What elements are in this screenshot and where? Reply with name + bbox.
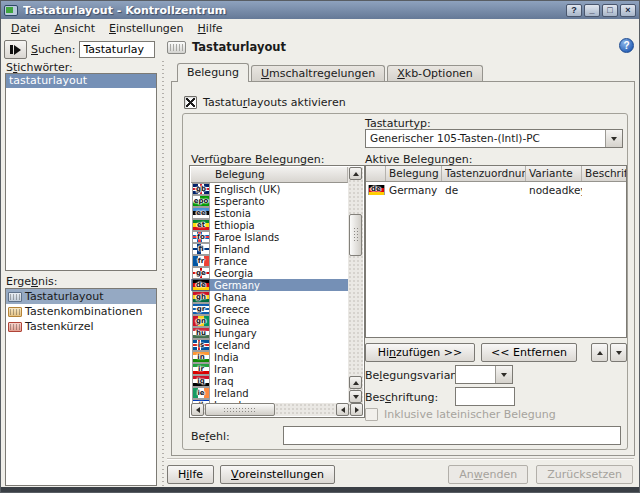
layout-row[interactable]: grGreece [191, 303, 348, 315]
flag-code-label: in [193, 352, 209, 362]
scroll-up-button[interactable] [349, 167, 362, 180]
layout-row[interactable]: iqIraq [191, 375, 348, 387]
flag-icon-iq: iq [193, 376, 209, 386]
table-row[interactable]: deGermanydenodeadkeys [366, 182, 626, 197]
enable-layouts-checkbox[interactable] [184, 96, 197, 109]
jump-button[interactable] [4, 40, 27, 59]
flag-code-label: fo [193, 232, 209, 242]
column-header[interactable] [366, 166, 386, 181]
command-input[interactable] [283, 426, 621, 445]
keyword-item[interactable]: tastaturlayout [6, 74, 156, 88]
result-item-label: Tastenkürzel [25, 320, 94, 333]
flag-icon-ge: ge [193, 268, 209, 278]
layout-row[interactable]: fiFinland [191, 243, 348, 255]
scroll-left-button[interactable] [191, 403, 204, 416]
column-header[interactable]: Belegung [386, 166, 442, 181]
move-up-button[interactable] [591, 343, 608, 362]
defaults-button[interactable]: Voreinstellungen [220, 465, 335, 484]
layout-name: Iraq [214, 376, 234, 387]
keywords-list[interactable]: tastaturlayout [5, 73, 157, 271]
scroll-up-button[interactable] [349, 376, 362, 389]
layout-row[interactable]: inIndia [191, 351, 348, 363]
keyboard-type-select[interactable]: Generischer 105-Tasten-(Intl)-PC [365, 129, 623, 148]
available-column-header[interactable]: Belegung [191, 167, 348, 183]
add-layout-button[interactable]: Hinzufügen >> [365, 343, 475, 362]
layout-row[interactable]: geGeorgia [191, 267, 348, 279]
scrollbar-thumb[interactable] [349, 214, 362, 256]
tab-xkb-optionen[interactable]: Xkb-Optionen [387, 65, 483, 81]
result-item[interactable]: Tastenkürzel [6, 319, 156, 334]
help-footer-button[interactable]: Hilfe [167, 465, 214, 484]
move-down-button[interactable] [610, 343, 627, 362]
dropdown-button[interactable] [495, 366, 512, 383]
caption-label: Beschriftung: [365, 391, 438, 404]
titlebar[interactable]: Tastaturlayout - Kontrollzentrum ?_□× [1, 1, 639, 19]
scroll-down-button[interactable] [349, 390, 362, 403]
maximize-button[interactable]: □ [602, 4, 618, 17]
layout-row[interactable]: isIceland [191, 339, 348, 351]
caption-input[interactable] [455, 387, 515, 406]
tab-umschaltregelungen[interactable]: Umschaltregelungen [251, 65, 385, 81]
remove-layout-button[interactable]: << Entfernen [481, 343, 577, 362]
column-header[interactable]: Variante [526, 166, 582, 181]
flag-code-label: fr [193, 256, 209, 266]
column-header[interactable]: Tastenzuordnung [442, 166, 526, 181]
flag-icon-in: in [193, 352, 209, 362]
menu-item-ansicht[interactable]: Ansicht [47, 20, 102, 37]
result-item[interactable]: Tastaturlayout [6, 289, 156, 304]
layout-row[interactable]: etEthiopia [191, 219, 348, 231]
vertical-scrollbar[interactable] [348, 167, 363, 403]
table-cell: nodeadkeys [526, 184, 582, 196]
result-item[interactable]: Tastenkombinationen [6, 304, 156, 319]
flag-icon-gh: gh [193, 292, 209, 302]
layout-row[interactable]: ghGhana [191, 291, 348, 303]
flag-code-label: de [193, 280, 209, 290]
footer-separator [167, 458, 634, 460]
splitter-handle[interactable] [158, 61, 167, 488]
layout-row[interactable]: frFrance [191, 255, 348, 267]
available-layouts-list[interactable]: Belegung gbEnglisch (UK)epoEsperantoeeEs… [189, 165, 365, 418]
scroll-left-button[interactable] [336, 403, 349, 416]
layout-row[interactable]: deGermany [191, 279, 348, 291]
reset-button[interactable]: Zurücksetzen [536, 465, 633, 484]
layout-row[interactable]: ieIreland [191, 387, 348, 399]
enable-layouts-row[interactable]: Tastaturlayouts aktivieren [184, 96, 346, 109]
scrollbar-thumb[interactable] [205, 403, 275, 416]
layout-variant-select[interactable] [455, 365, 513, 384]
help-button[interactable] [619, 38, 634, 53]
layout-row[interactable]: eeEstonia [191, 207, 348, 219]
column-header[interactable]: Beschriftung [582, 166, 626, 181]
arrow-left-icon [338, 407, 345, 413]
scroll-right-button[interactable] [350, 403, 363, 416]
layout-row[interactable]: epoEsperanto [191, 195, 348, 207]
menu-item-datei[interactable]: Datei [4, 20, 47, 37]
apply-button[interactable]: Anwenden [448, 465, 528, 484]
layout-name: Greece [214, 304, 250, 315]
titlebar-help-button[interactable]: ? [566, 4, 582, 17]
layout-name: France [214, 256, 247, 267]
table-cell: Germany [386, 184, 442, 196]
flag-code-label: et [193, 220, 209, 230]
layout-row[interactable]: gnGuinea [191, 315, 348, 327]
active-table-header: BelegungTastenzuordnungVarianteBeschrift… [366, 166, 626, 182]
active-layouts-table[interactable]: BelegungTastenzuordnungVarianteBeschrift… [365, 165, 627, 338]
flag-code-label: hu [193, 328, 209, 338]
search-input[interactable] [79, 41, 155, 58]
close-button[interactable]: × [620, 4, 636, 17]
layout-row[interactable]: foFaroe Islands [191, 231, 348, 243]
table-cell: de [442, 184, 526, 196]
horizontal-scrollbar[interactable] [191, 403, 363, 416]
layout-row[interactable]: gbEnglisch (UK) [191, 183, 348, 195]
layout-row[interactable]: irIran [191, 363, 348, 375]
menu-item-hilfe[interactable]: Hilfe [191, 20, 230, 37]
results-list[interactable]: TastaturlayoutTastenkombinationenTastenk… [5, 288, 157, 486]
flag-icon-is: is [193, 340, 209, 350]
layout-row[interactable]: huHungary [191, 327, 348, 339]
arrow-left-icon [193, 407, 200, 413]
tab-belegung[interactable]: Belegung [177, 63, 249, 82]
dropdown-button[interactable] [605, 130, 622, 147]
keyboard-icon [167, 41, 186, 54]
menu-item-einstellungen[interactable]: Einstellungen [102, 20, 191, 37]
minimize-button[interactable]: _ [584, 4, 600, 17]
flag-code-label: gh [193, 292, 209, 302]
